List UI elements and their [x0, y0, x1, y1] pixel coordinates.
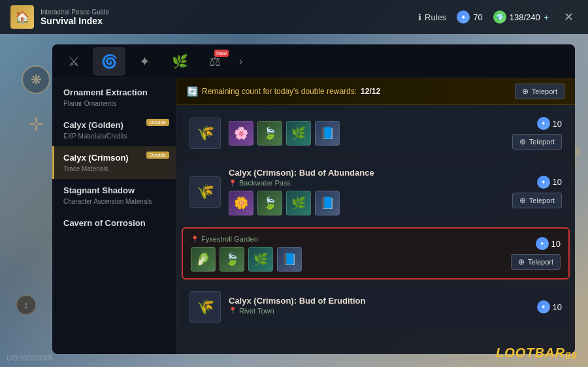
entry-abundance-title: Calyx (Crimson): Bud of Abundance	[229, 168, 502, 178]
entry-card-top: 🌾 🌸 🍃 🌿 📘 ✦ 10	[182, 110, 570, 156]
entry-top-icon: 🌾	[189, 118, 221, 149]
tab-5[interactable]: ⚖ New	[199, 47, 231, 76]
header-titles: Interastral Peace Guide Survival Index	[41, 8, 109, 26]
currency2-value: 138/240 +	[510, 12, 549, 22]
scroll-button[interactable]: ↕	[16, 295, 36, 315]
count-icon-abundance: ✦	[537, 176, 550, 189]
entry-abundance-count: ✦ 10	[537, 176, 562, 189]
reward-text: 🔄 Remaining count for today's double rew…	[187, 86, 380, 97]
currency2-icon: 💎	[493, 10, 506, 24]
tab-2[interactable]: 🌀	[93, 47, 125, 76]
entry-top-right: ✦ 10 ⊕ Teleport	[510, 117, 562, 150]
currency1-icon: ✦	[457, 10, 470, 24]
tab-2-icon: 🌀	[101, 54, 118, 69]
entry-card-fyxestroll: 📍 Fyxestroll Garden 🥬 🍃 🌿 📘 ✦	[182, 227, 570, 279]
more-tabs-button[interactable]: ›	[234, 56, 248, 67]
entry-abundance-teleport[interactable]: ⊕ Teleport	[512, 193, 562, 208]
entry-erudition-location: 📍 Rivet Town	[229, 307, 502, 315]
header-title: Survival Index	[41, 16, 109, 26]
item-icon-3: 📘	[315, 121, 340, 146]
item-abundance-2: 🌿	[286, 191, 311, 215]
tab-4-icon: 🌿	[172, 54, 188, 69]
entry-fyxestroll-main: 📍 Fyxestroll Garden 🥬 🍃 🌿 📘	[191, 235, 500, 272]
lootbar-logo: LOOTBARgg	[496, 345, 578, 360]
tab-3[interactable]: ✦	[128, 47, 161, 76]
location-pin-fyxestroll: 📍	[191, 236, 199, 243]
reward-icon: 🔄	[187, 86, 198, 97]
sidebar-item-calyx-golden[interactable]: Calyx (Golden) EXP Materials/Credits Dou…	[52, 114, 176, 146]
item-abundance-1: 🍃	[257, 191, 282, 215]
entry-erudition-icon: 🌾	[189, 291, 221, 323]
reward-count: 12/12	[361, 87, 380, 96]
item-icon-1: 🍃	[257, 121, 282, 146]
emblem-icon: ❋	[22, 65, 50, 94]
count-icon-fyxestroll: ✦	[536, 237, 549, 250]
tab-1[interactable]: ⚔	[57, 47, 90, 76]
entry-abundance-location: 📍 Backwater Pass	[229, 179, 502, 187]
content-list: 🌾 🌸 🍃 🌿 📘 ✦ 10	[176, 105, 575, 354]
currency1-value: 70	[473, 12, 482, 22]
close-button[interactable]: ✕	[559, 8, 578, 26]
entry-abundance-icon: 🌾	[189, 176, 221, 208]
tabs-bar: ⚔ 🌀 ✦ 🌿 ⚖ New ›	[52, 44, 575, 78]
item-fyxestroll-0: 🥬	[191, 247, 216, 272]
reward-teleport-button[interactable]: ⊕ Teleport	[515, 84, 564, 99]
item-icon-2: 🌿	[286, 121, 311, 146]
entry-fyxestroll-right: ✦ 10 ⊕ Teleport	[508, 237, 561, 270]
app-icon: 🏠	[10, 5, 34, 29]
teleport-icon-fyxestroll: ⊕	[518, 257, 525, 266]
header-left: 🏠 Interastral Peace Guide Survival Index	[10, 5, 109, 29]
entry-erudition-count: ✦ 10	[537, 300, 562, 313]
sidebar-item-cavern-name: Cavern of Corrosion	[63, 218, 167, 229]
left-decoration: ❋ ✛	[20, 65, 52, 135]
sidebar-item-stagnant-shadow[interactable]: Stagnant Shadow Character Ascension Mate…	[52, 179, 176, 212]
item-fyxestroll-2: 🌿	[248, 247, 273, 272]
item-abundance-3: 📘	[315, 191, 340, 215]
header-bar: 🏠 Interastral Peace Guide Survival Index…	[0, 0, 588, 34]
rules-button[interactable]: ℹ Rules	[418, 12, 446, 22]
location-pin-erudition: 📍	[229, 307, 237, 314]
cross-icon: ✛	[29, 114, 44, 135]
teleport-icon-top: ⊕	[519, 137, 526, 146]
header-subtitle: Interastral Peace Guide	[41, 8, 109, 16]
tab-1-icon: ⚔	[68, 54, 80, 69]
location-pin-icon: 📍	[229, 180, 237, 187]
entry-card-abundance: 🌾 Calyx (Crimson): Bud of Abundance 📍 Ba…	[182, 161, 570, 222]
entry-abundance-main: Calyx (Crimson): Bud of Abundance 📍 Back…	[229, 168, 502, 215]
new-badge: New	[214, 50, 229, 57]
uid-text: UID:102033005	[7, 355, 52, 362]
tab-4[interactable]: 🌿	[163, 47, 196, 76]
item-fyxestroll-1: 🍃	[220, 247, 244, 272]
reward-prefix: Remaining count for today's double rewar…	[202, 87, 357, 96]
entry-abundance-items: 🌼 🍃 🌿 📘	[229, 191, 502, 215]
entry-erudition-main: Calyx (Crimson): Bud of Erudition 📍 Rive…	[229, 296, 502, 319]
entry-fyxestroll-teleport[interactable]: ⊕ Teleport	[511, 254, 561, 270]
entry-erudition-title: Calyx (Crimson): Bud of Erudition	[229, 296, 502, 306]
count-icon: ✦	[537, 117, 550, 130]
header-right: ℹ Rules ✦ 70 💎 138/240 + ✕	[418, 8, 578, 26]
sidebar-item-ornament-extraction[interactable]: Ornament Extraction Planar Ornaments	[52, 81, 176, 114]
info-icon: ℹ	[418, 12, 421, 22]
sidebar-item-crimson-desc: Trace Materials	[63, 165, 167, 172]
item-icon-0: 🌸	[229, 121, 253, 146]
sidebar-item-calyx-crimson[interactable]: Calyx (Crimson) Trace Materials Double	[52, 146, 176, 179]
golden-badge: Double	[146, 119, 169, 126]
item-fyxestroll-3: 📘	[277, 247, 302, 272]
entry-top-main: 🌸 🍃 🌿 📘	[229, 121, 502, 146]
entry-top-count: ✦ 10	[537, 117, 562, 130]
teleport-icon-abundance: ⊕	[519, 196, 526, 205]
entry-erudition-right: ✦ 10	[510, 300, 562, 313]
entry-fyxestroll-count: ✦ 10	[536, 237, 561, 250]
entry-top-items: 🌸 🍃 🌿 📘	[229, 121, 502, 146]
content-area: Ornament Extraction Planar Ornaments Cal…	[52, 78, 575, 354]
sidebar-item-golden-desc: EXP Materials/Credits	[63, 133, 167, 140]
right-content: 🔄 Remaining count for today's double rew…	[176, 78, 575, 354]
entry-abundance-right: ✦ 10 ⊕ Teleport	[510, 176, 562, 208]
sidebar-item-ornament-desc: Planar Ornaments	[63, 100, 167, 107]
sidebar-item-cavern-corrosion[interactable]: Cavern of Corrosion	[52, 212, 176, 237]
entry-fyxestroll-location: 📍 Fyxestroll Garden	[191, 235, 500, 243]
sidebar-item-shadow-name: Stagnant Shadow	[63, 185, 167, 197]
entry-top-teleport[interactable]: ⊕ Teleport	[512, 134, 562, 150]
tab-3-icon: ✦	[139, 54, 150, 69]
currency2: 💎 138/240 +	[493, 10, 549, 24]
